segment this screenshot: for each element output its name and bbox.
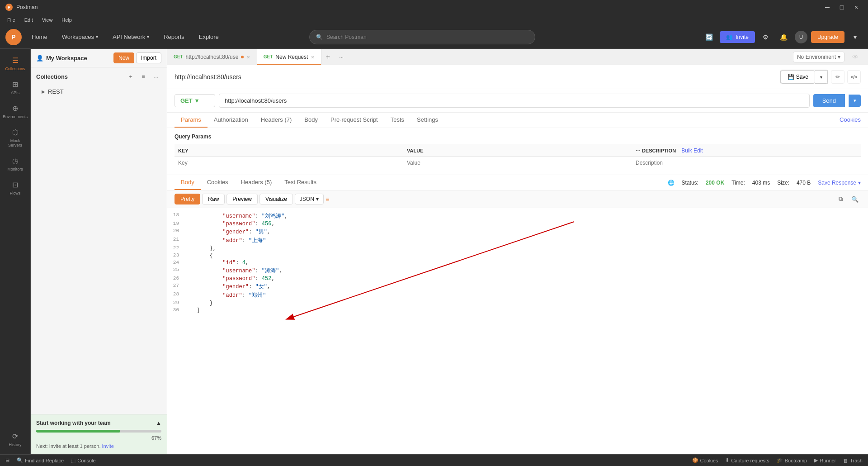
sidebar-item-collections[interactable]: ☰ Collections [3, 52, 28, 75]
send-button[interactable]: Send [813, 94, 845, 107]
invite-button[interactable]: 👥 Invite [720, 31, 755, 43]
line-num-22: 22 [167, 245, 184, 251]
format-visualize-button[interactable]: Visualize [259, 194, 293, 204]
copy-response-button[interactable]: ⧉ [835, 193, 846, 205]
json-format-selector[interactable]: JSON ▾ [295, 194, 324, 204]
team-panel-collapse[interactable]: ▲ [156, 420, 161, 426]
key-input[interactable] [178, 160, 400, 166]
filter-icon[interactable]: ≡ [326, 195, 329, 203]
bootcamp-icon: 🎓 [777, 457, 783, 463]
upgrade-button[interactable]: Upgrade [811, 31, 844, 43]
request-tab-2[interactable]: GET New Request × [257, 49, 321, 65]
maximize-button[interactable]: □ [835, 1, 848, 14]
capture-requests-button[interactable]: ⬇ Capture requests [725, 457, 769, 463]
more-tabs-button[interactable]: ··· [335, 49, 348, 65]
cookies-statusbar-button[interactable]: 🍪 Cookies [692, 457, 718, 463]
more-options-icon[interactable]: ▾ [848, 30, 863, 44]
collection-rest[interactable]: ▶ REST [31, 86, 167, 98]
add-collection-button[interactable]: + [125, 71, 136, 82]
minimize-button[interactable]: ─ [821, 1, 834, 14]
code-snippet-button[interactable]: </> [847, 70, 861, 84]
description-input[interactable] [636, 160, 857, 166]
subtab-body[interactable]: Body [298, 113, 324, 128]
user-avatar[interactable]: U [795, 31, 807, 43]
resp-tab-test-results[interactable]: Test Results [278, 175, 323, 190]
subtab-settings[interactable]: Settings [410, 113, 444, 128]
col-more-icon[interactable]: ··· [636, 147, 641, 154]
settings-icon[interactable]: ⚙ [759, 30, 773, 44]
subtab-tests[interactable]: Tests [384, 113, 410, 128]
runner-button[interactable]: ▶ Runner [814, 457, 836, 463]
invite-link[interactable]: Invite [102, 443, 114, 449]
format-raw-button[interactable]: Raw [202, 194, 225, 204]
find-replace-button[interactable]: 🔍 Find and Replace [17, 457, 64, 463]
statusbar-layout-icon[interactable]: ⊟ [5, 457, 9, 463]
save-dropdown-arrow[interactable]: ▾ [815, 70, 828, 84]
sidebar-item-history[interactable]: ⟳ History [3, 428, 28, 451]
subtab-pre-request[interactable]: Pre-request Script [324, 113, 384, 128]
environment-eye-icon[interactable]: 👁 [848, 50, 863, 64]
subtab-authorization[interactable]: Authorization [208, 113, 255, 128]
new-button[interactable]: New [113, 52, 134, 63]
sync-icon[interactable]: 🔄 [702, 30, 716, 44]
console-button[interactable]: ⬚ Console [71, 457, 95, 463]
tab2-url: New Request [275, 54, 308, 60]
sidebar-item-environments[interactable]: ⊕ Environments [3, 100, 28, 123]
method-selector[interactable]: GET ▾ [175, 94, 215, 107]
add-tab-button[interactable]: + [321, 49, 335, 65]
import-button[interactable]: Import [136, 52, 161, 63]
edit-request-button[interactable]: ✏ [831, 70, 844, 84]
tab2-close[interactable]: × [311, 54, 314, 60]
sidebar-item-mock-servers[interactable]: ⬡ Mock Servers [3, 124, 28, 151]
save-response-dropdown-icon: ▾ [858, 180, 861, 186]
code-line-24: 24 "id": 4, [167, 259, 868, 266]
more-collections-button[interactable]: ··· [151, 71, 161, 82]
line-num-21: 21 [167, 237, 184, 242]
subtab-params[interactable]: Params [175, 113, 208, 128]
sidebar-item-monitors[interactable]: ◷ Monitors [3, 153, 28, 175]
resp-tab-headers[interactable]: Headers (5) [235, 175, 278, 190]
bootcamp-button[interactable]: 🎓 Bootcamp [777, 457, 807, 463]
environment-dropdown[interactable]: No Environment ▾ [793, 52, 844, 62]
trash-button[interactable]: 🗑 Trash [843, 457, 863, 463]
response-status-bar: 🌐 Status: 200 OK Time: 403 ms Size: 470 … [668, 180, 861, 186]
menu-help[interactable]: Help [58, 16, 75, 24]
url-input-row: GET ▾ Send ▾ [167, 89, 868, 113]
format-pretty-button[interactable]: Pretty [175, 194, 200, 204]
menu-edit[interactable]: Edit [21, 16, 37, 24]
tab1-close[interactable]: × [246, 54, 250, 60]
send-dropdown-button[interactable]: ▾ [849, 95, 861, 107]
menu-file[interactable]: File [4, 16, 19, 24]
nav-reports[interactable]: Reports [159, 31, 189, 43]
sidebar-item-flows[interactable]: ⊡ Flows [3, 177, 28, 199]
url-input[interactable] [219, 94, 810, 108]
close-button[interactable]: × [850, 1, 863, 14]
nav-api-network[interactable]: API Network ▾ [108, 31, 154, 43]
search-response-button[interactable]: 🔍 [849, 193, 861, 205]
value-input[interactable] [407, 160, 628, 166]
nav-right-actions: 🔄 👥 Invite ⚙ 🔔 U Upgrade ▾ [702, 30, 863, 44]
sort-collections-button[interactable]: ≡ [138, 71, 149, 82]
format-preview-button[interactable]: Preview [226, 194, 258, 204]
line-content-23: { [184, 252, 868, 259]
notifications-icon[interactable]: 🔔 [777, 30, 791, 44]
top-navigation: P Home Workspaces ▾ API Network ▾ Report… [0, 25, 868, 49]
time-value: 403 ms [752, 180, 770, 186]
nav-explore[interactable]: Explore [194, 31, 223, 43]
params-table: KEY VALUE ··· DESCRIPTION Bulk Edit [175, 144, 861, 169]
nav-workspaces[interactable]: Workspaces ▾ [57, 31, 103, 43]
resp-tab-cookies[interactable]: Cookies [201, 175, 235, 190]
environments-icon: ⊕ [12, 104, 18, 113]
resp-tab-body[interactable]: Body [175, 175, 201, 190]
nav-home[interactable]: Home [27, 31, 52, 43]
sidebar-item-apis[interactable]: ⊞ APIs [3, 76, 28, 99]
save-button[interactable]: 💾 Save [781, 70, 815, 84]
menu-view[interactable]: View [38, 16, 57, 24]
bulk-edit-button[interactable]: Bulk Edit [681, 147, 703, 154]
team-panel: Start working with your team ▲ 67% Next:… [31, 414, 167, 454]
subtab-headers[interactable]: Headers (7) [255, 113, 298, 128]
search-bar[interactable]: 🔍 Search Postman [309, 30, 535, 44]
save-response-button[interactable]: Save Response ▾ [818, 180, 861, 186]
request-tab-1[interactable]: GET http://localhost:80/use × [167, 49, 257, 65]
cookies-link[interactable]: Cookies [840, 113, 861, 128]
